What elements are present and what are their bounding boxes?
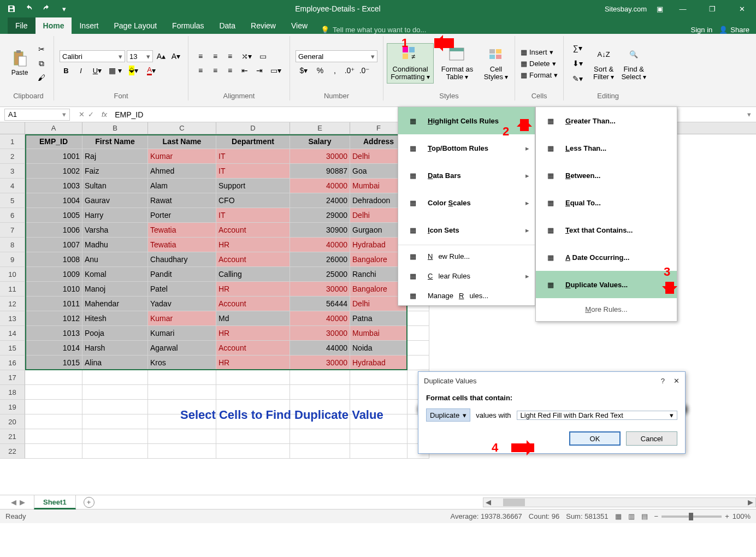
- tab-insert[interactable]: Insert: [72, 17, 106, 34]
- underline-button[interactable]: U ▾: [89, 64, 105, 76]
- cell[interactable]: 1003: [25, 179, 82, 193]
- submenu-less-than[interactable]: ▦Less Than...: [536, 134, 677, 162]
- cell[interactable]: 1011: [25, 297, 82, 311]
- cell[interactable]: 1015: [25, 355, 82, 370]
- row-header[interactable]: 2: [0, 149, 25, 164]
- cell[interactable]: [350, 370, 407, 385]
- cell[interactable]: Gaurav: [82, 193, 148, 208]
- cell[interactable]: 56444: [290, 297, 350, 311]
- cell[interactable]: Alina: [82, 355, 148, 370]
- cell[interactable]: Komal: [82, 267, 148, 282]
- cell[interactable]: [148, 385, 216, 400]
- cell[interactable]: [407, 311, 429, 326]
- column-header[interactable]: D: [216, 122, 290, 134]
- align-bottom-icon[interactable]: ≡: [223, 50, 237, 62]
- cell[interactable]: Md: [216, 311, 290, 326]
- dialog-format-select[interactable]: Light Red Fill with Dark Red Text ▾: [517, 411, 677, 420]
- cell[interactable]: Mumbai: [350, 326, 407, 341]
- cell[interactable]: Kumari: [148, 326, 216, 341]
- cell[interactable]: 30000: [290, 149, 350, 164]
- submenu-equal-to[interactable]: ▦Equal To...: [536, 189, 677, 216]
- cell[interactable]: Yadav: [148, 297, 216, 311]
- align-center-icon[interactable]: ≡: [209, 64, 222, 76]
- row-header[interactable]: 9: [0, 252, 25, 267]
- cell[interactable]: Tewatia: [148, 238, 216, 252]
- cancel-formula-icon[interactable]: ✕: [79, 110, 85, 118]
- cell[interactable]: [82, 414, 148, 429]
- cell[interactable]: Varsha: [82, 223, 148, 238]
- new-sheet-button[interactable]: +: [84, 497, 94, 508]
- delete-cells-button[interactable]: ▦Delete ▾: [521, 60, 558, 68]
- zoom-control[interactable]: − + 100%: [654, 512, 751, 520]
- cell[interactable]: Noida: [350, 341, 407, 355]
- cell[interactable]: [407, 341, 429, 355]
- row-header[interactable]: 3: [0, 164, 25, 179]
- row-header[interactable]: 19: [0, 400, 25, 414]
- find-select-button[interactable]: 🔍 Find & Select ▾: [618, 44, 649, 84]
- cell[interactable]: Account: [216, 297, 290, 311]
- cell[interactable]: [82, 385, 148, 400]
- row-header[interactable]: 11: [0, 282, 25, 297]
- cell[interactable]: Support: [216, 179, 290, 193]
- copy-icon[interactable]: ⧉: [35, 57, 48, 69]
- qat-dropdown-icon[interactable]: ▾: [57, 2, 71, 16]
- cell[interactable]: [82, 444, 148, 459]
- formula-expand-icon[interactable]: ▾: [742, 110, 756, 118]
- name-box[interactable]: A1▾: [4, 109, 70, 121]
- cell[interactable]: Salary: [290, 134, 350, 149]
- cell[interactable]: 40000: [290, 179, 350, 193]
- align-middle-icon[interactable]: ≡: [209, 50, 222, 62]
- cell[interactable]: 1009: [25, 267, 82, 282]
- dialog-close-icon[interactable]: ✕: [674, 377, 680, 385]
- cell[interactable]: First Name: [82, 134, 148, 149]
- cell[interactable]: Madhu: [82, 238, 148, 252]
- cell[interactable]: [25, 400, 82, 414]
- comma-icon[interactable]: ,: [328, 64, 341, 76]
- autosum-icon[interactable]: ∑▾: [569, 42, 586, 54]
- row-header[interactable]: 6: [0, 208, 25, 223]
- row-header[interactable]: 12: [0, 297, 25, 311]
- submenu-date-occurring[interactable]: ▦A Date Occurring...: [536, 244, 677, 271]
- paste-button[interactable]: Paste: [7, 48, 33, 79]
- cell[interactable]: [25, 429, 82, 444]
- format-painter-icon[interactable]: 🖌: [35, 72, 48, 84]
- cell[interactable]: [350, 429, 407, 444]
- fx-icon[interactable]: fx: [98, 110, 110, 118]
- cell[interactable]: 30900: [290, 223, 350, 238]
- fill-icon[interactable]: ⬇▾: [569, 57, 586, 69]
- cell[interactable]: 29000: [290, 208, 350, 223]
- number-format-select[interactable]: General▾: [296, 50, 377, 62]
- row-header[interactable]: 8: [0, 238, 25, 252]
- cell[interactable]: Harry: [82, 208, 148, 223]
- cell[interactable]: 1012: [25, 311, 82, 326]
- cell[interactable]: Calling: [216, 267, 290, 282]
- row-header[interactable]: 21: [0, 429, 25, 444]
- tab-page-layout[interactable]: Page Layout: [106, 17, 164, 34]
- cell[interactable]: 1008: [25, 252, 82, 267]
- cell[interactable]: Rawat: [148, 193, 216, 208]
- menu-manage-rules[interactable]: ▦Manage Rules...: [398, 286, 535, 305]
- cell[interactable]: HR: [216, 326, 290, 341]
- tell-me-search[interactable]: 💡Tell me what you want to do...: [321, 26, 426, 34]
- cell[interactable]: 1002: [25, 164, 82, 179]
- redo-icon[interactable]: [39, 2, 54, 16]
- cell[interactable]: Porter: [148, 208, 216, 223]
- cell[interactable]: 40000: [290, 311, 350, 326]
- zoom-in-icon[interactable]: +: [725, 512, 729, 520]
- font-color-button[interactable]: A▾: [143, 64, 160, 76]
- tab-view[interactable]: View: [284, 17, 315, 34]
- cell[interactable]: Agarwal: [148, 341, 216, 355]
- format-as-table-button[interactable]: Format as Table ▾: [438, 44, 476, 84]
- cell[interactable]: 40000: [290, 238, 350, 252]
- align-left-icon[interactable]: ≡: [194, 64, 207, 76]
- cell[interactable]: Sultan: [82, 179, 148, 193]
- decrease-decimal-icon[interactable]: .0⁻: [358, 64, 371, 76]
- row-header[interactable]: 14: [0, 326, 25, 341]
- percent-icon[interactable]: %: [314, 64, 327, 76]
- fill-color-button[interactable]: ⬙▾: [125, 64, 141, 76]
- submenu-greater-than[interactable]: ▦Greater Than...: [536, 107, 677, 134]
- border-button[interactable]: ▦ ▾: [107, 64, 123, 76]
- row-header[interactable]: 17: [0, 370, 25, 385]
- cell[interactable]: [25, 414, 82, 429]
- cell[interactable]: 25000: [290, 267, 350, 282]
